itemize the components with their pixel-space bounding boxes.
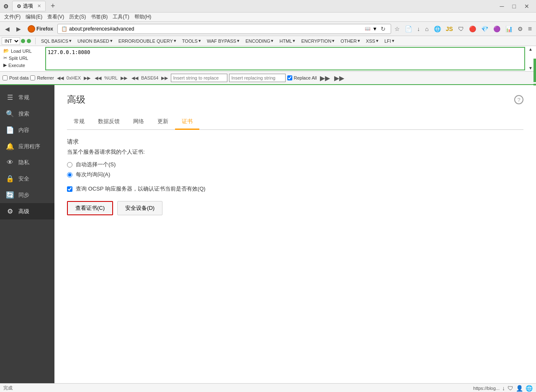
new-tab-button[interactable]: + bbox=[49, 2, 57, 10]
sidebar-item-privacy[interactable]: 👁 隐私 bbox=[0, 155, 54, 170]
replace-right-arrow[interactable]: ▶▶ bbox=[319, 74, 331, 83]
back-button[interactable]: ◀ bbox=[3, 24, 12, 34]
tab-certificate[interactable]: 证书 bbox=[175, 114, 199, 130]
sidebar-item-advanced[interactable]: ⚙ 高级 bbox=[0, 203, 54, 219]
star-icon[interactable]: ☆ bbox=[393, 25, 402, 33]
hex-right-arrow[interactable]: ▶▶ bbox=[82, 75, 92, 81]
encoding-menu[interactable]: ENCODING▾ bbox=[243, 38, 276, 44]
other-menu[interactable]: OTHER▾ bbox=[338, 38, 362, 44]
ext-icon5[interactable]: 📊 bbox=[504, 25, 514, 33]
radio-ask[interactable] bbox=[67, 172, 72, 178]
ext-icon2[interactable]: 🔴 bbox=[467, 25, 478, 33]
insert-replacing-input[interactable] bbox=[229, 74, 286, 82]
maximize-button[interactable]: □ bbox=[509, 2, 519, 10]
sidebar-item-sync[interactable]: 🔄 同步 bbox=[0, 187, 54, 203]
error-query-menu[interactable]: ERROR/DOUBLE QUERY▾ bbox=[116, 38, 178, 44]
url-input[interactable]: 127.0.0.1:8080 bbox=[45, 47, 525, 70]
tab-general[interactable]: 常规 bbox=[67, 114, 91, 130]
referrer-label[interactable]: Referrer bbox=[37, 75, 54, 80]
minimize-button[interactable]: ─ bbox=[497, 2, 508, 10]
encryption-menu[interactable]: ENCRYPTION▾ bbox=[299, 38, 337, 44]
reader-view-icon[interactable]: 📖 bbox=[365, 26, 371, 31]
menu-history[interactable]: 历史(S) bbox=[67, 13, 88, 21]
url-expand-button[interactable]: ▲ bbox=[527, 47, 534, 52]
execute-button[interactable]: ▶ Execute bbox=[2, 62, 44, 68]
insert-replace-input[interactable] bbox=[171, 74, 227, 82]
globe-icon[interactable]: 🌐 bbox=[432, 25, 443, 33]
replace-double-right-arrow[interactable]: ▶▶ bbox=[333, 74, 345, 83]
url-left-arrow[interactable]: ◀◀ bbox=[93, 75, 103, 81]
sidebar-item-security[interactable]: 🔒 安全 bbox=[0, 170, 54, 187]
xss-menu[interactable]: XSS▾ bbox=[364, 38, 381, 44]
radio-auto-label: 自动选择一个(S) bbox=[76, 161, 116, 168]
html-menu[interactable]: HTML▾ bbox=[277, 38, 297, 44]
view-cert-button[interactable]: 查看证书(C) bbox=[67, 201, 113, 215]
sidebar-label-advanced: 高级 bbox=[18, 208, 29, 215]
content-area: 高级 ? 常规 数据反馈 网络 更新 证书 请求 当某个服务器请求我的个人证书:… bbox=[54, 85, 536, 383]
menu-edit[interactable]: 编辑(E) bbox=[23, 13, 45, 21]
menu-bookmarks[interactable]: 书签(B) bbox=[88, 13, 110, 21]
download-icon[interactable]: ↓ bbox=[415, 25, 422, 33]
bookmark-icon[interactable]: ▼ bbox=[372, 26, 377, 32]
tab-item[interactable]: ⚙ 选项 ✕ bbox=[12, 1, 46, 11]
int-select[interactable]: INT bbox=[2, 37, 20, 45]
sync-icon: 🔄 bbox=[6, 191, 14, 199]
section-request-title: 请求 bbox=[67, 138, 523, 146]
url-actions: 📂 Load URL ✂ Split URL ▶ Execute bbox=[2, 47, 44, 70]
hex-left-arrow[interactable]: ◀◀ bbox=[56, 75, 65, 81]
settings-icon[interactable]: ⚙ bbox=[516, 25, 525, 33]
sidebar-item-apps[interactable]: 🔔 应用程序 bbox=[0, 138, 54, 155]
lfi-menu[interactable]: LFI▾ bbox=[382, 38, 397, 44]
menu-view[interactable]: 查看(V) bbox=[45, 13, 67, 21]
tab-datafeedback[interactable]: 数据反馈 bbox=[91, 114, 126, 130]
security-icon: 🔒 bbox=[6, 175, 14, 183]
referrer-checkbox[interactable] bbox=[30, 75, 35, 80]
hex-label: 0xHEX bbox=[67, 75, 81, 80]
page-title: 高级 bbox=[67, 93, 85, 106]
status-text: 完成 bbox=[3, 385, 13, 391]
sidebar-item-general[interactable]: ☰ 常规 bbox=[0, 89, 54, 106]
reload-button[interactable]: ↻ bbox=[379, 26, 387, 32]
radio-auto-item[interactable]: 自动选择一个(S) bbox=[67, 161, 523, 168]
tools-menu[interactable]: TOOLS▾ bbox=[180, 38, 203, 44]
base64-left-arrow[interactable]: ◀◀ bbox=[130, 75, 139, 81]
ocsp-checkbox[interactable] bbox=[67, 186, 72, 192]
home-icon[interactable]: ⌂ bbox=[423, 25, 430, 33]
base64-right-arrow[interactable]: ▶▶ bbox=[160, 75, 169, 81]
menu-help[interactable]: 帮助(H) bbox=[132, 13, 154, 21]
menu-tools[interactable]: 工具(T) bbox=[110, 13, 131, 21]
tab-close-icon[interactable]: ✕ bbox=[37, 3, 41, 9]
sidebar-item-content[interactable]: 📄 内容 bbox=[0, 122, 54, 138]
main-layout: ☰ 常规 🔍 搜索 📄 内容 🔔 应用程序 👁 隐私 🔒 安全 🔄 同步 ⚙ bbox=[0, 85, 536, 383]
ocsp-checkbox-item[interactable]: 查询 OCSP 响应服务器，以确认证书当前是否有效(Q) bbox=[67, 185, 523, 193]
sql-basics-menu[interactable]: SQL BASICS▾ bbox=[39, 38, 74, 44]
tab-update[interactable]: 更新 bbox=[151, 114, 175, 130]
close-button[interactable]: ✕ bbox=[521, 2, 533, 10]
load-url-button[interactable]: 📂 Load URL bbox=[2, 48, 44, 54]
address-input[interactable] bbox=[69, 26, 363, 32]
union-based-menu[interactable]: UNION BASED▾ bbox=[75, 38, 115, 44]
tab-network[interactable]: 网络 bbox=[126, 114, 151, 130]
split-url-button[interactable]: ✂ Split URL bbox=[2, 55, 44, 61]
help-button[interactable]: ? bbox=[514, 95, 523, 104]
replace-all-checkbox[interactable] bbox=[287, 75, 292, 80]
waf-bypass-menu[interactable]: WAF BYPASS▾ bbox=[205, 38, 242, 44]
url-right-arrow[interactable]: ▶▶ bbox=[119, 75, 129, 81]
post-data-label[interactable]: Post data bbox=[9, 75, 28, 80]
menu-icon[interactable]: ≡ bbox=[526, 24, 533, 34]
post-data-checkbox[interactable] bbox=[3, 75, 8, 80]
status-download-icon[interactable]: ↓ bbox=[502, 385, 505, 392]
status-url: https://blog... bbox=[473, 386, 500, 391]
radio-auto[interactable] bbox=[67, 162, 72, 168]
address-bar[interactable]: 📋 📖 ▼ ↻ bbox=[57, 24, 391, 34]
ext-icon1[interactable]: 🛡 bbox=[456, 25, 466, 33]
radio-ask-item[interactable]: 每次均询问(A) bbox=[67, 171, 523, 178]
security-devices-button[interactable]: 安全设备(D) bbox=[117, 201, 162, 215]
reader-icon[interactable]: 📄 bbox=[403, 25, 414, 33]
sidebar-item-search[interactable]: 🔍 搜索 bbox=[0, 106, 54, 122]
forward-button[interactable]: ▶ bbox=[14, 24, 23, 34]
menu-file[interactable]: 文件(F) bbox=[2, 13, 23, 21]
replace-all-label[interactable]: Replace All bbox=[294, 75, 317, 80]
ext-icon3[interactable]: 💎 bbox=[479, 25, 490, 33]
ext-icon4[interactable]: 🟣 bbox=[492, 25, 502, 33]
